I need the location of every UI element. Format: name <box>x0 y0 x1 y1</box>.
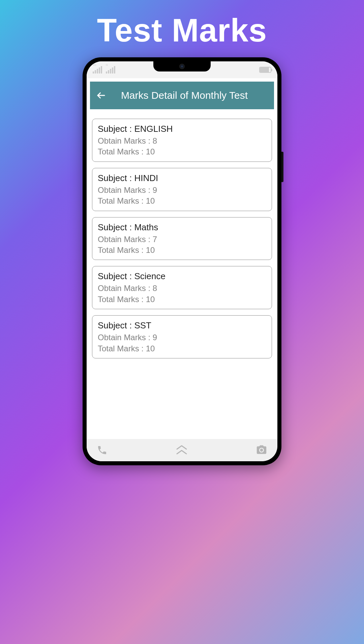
camera-icon <box>256 444 267 456</box>
home-button[interactable] <box>174 444 189 456</box>
subject-line: Subject : ENGLISH <box>98 124 266 134</box>
subject-line: Subject : HINDI <box>98 173 266 183</box>
phone-notch <box>153 61 211 71</box>
obtain-marks-line: Obtain Marks : 8 <box>98 283 266 294</box>
total-marks-line: Total Marks : 10 <box>98 294 266 305</box>
chevron-up-icon <box>174 444 189 456</box>
subject-line: Subject : SST <box>98 320 266 331</box>
marks-card[interactable]: Subject : MathsObtain Marks : 7Total Mar… <box>92 217 272 260</box>
app-bar: Marks Detail of Monthly Test <box>90 82 274 109</box>
phone-button[interactable] <box>97 445 108 456</box>
marks-list: Subject : ENGLISHObtain Marks : 8Total M… <box>87 113 277 358</box>
phone-frame: 4G G <box>83 57 281 465</box>
marks-card[interactable]: Subject : HINDIObtain Marks : 9Total Mar… <box>92 168 272 211</box>
bottom-nav <box>87 439 277 461</box>
total-marks-line: Total Marks : 10 <box>98 196 266 206</box>
arrow-left-icon <box>96 90 106 100</box>
signal-icons: 4G G <box>93 66 119 74</box>
signal-icon: 4G <box>93 66 102 74</box>
obtain-marks-line: Obtain Marks : 8 <box>98 136 266 146</box>
camera-button[interactable] <box>256 444 267 456</box>
marks-card[interactable]: Subject : ENGLISHObtain Marks : 8Total M… <box>92 119 272 162</box>
battery-icon <box>259 67 271 73</box>
total-marks-line: Total Marks : 10 <box>98 343 266 354</box>
phone-icon <box>97 445 108 456</box>
obtain-marks-line: Obtain Marks : 9 <box>98 332 266 343</box>
subject-line: Subject : Science <box>98 271 266 282</box>
phone-screen: 4G G <box>87 61 277 461</box>
obtain-marks-line: Obtain Marks : 9 <box>98 185 266 196</box>
total-marks-line: Total Marks : 10 <box>98 245 266 256</box>
marks-card[interactable]: Subject : SSTObtain Marks : 9Total Marks… <box>92 315 272 358</box>
signal-icon: G <box>106 66 115 74</box>
back-button[interactable] <box>96 90 106 100</box>
app-bar-title: Marks Detail of Monthly Test <box>114 90 268 101</box>
obtain-marks-line: Obtain Marks : 7 <box>98 234 266 245</box>
power-button <box>281 152 283 182</box>
total-marks-line: Total Marks : 10 <box>98 146 266 157</box>
subject-line: Subject : Maths <box>98 222 266 233</box>
page-title: Test Marks <box>0 12 364 49</box>
marks-card[interactable]: Subject : ScienceObtain Marks : 8Total M… <box>92 266 272 309</box>
front-camera <box>179 64 185 69</box>
